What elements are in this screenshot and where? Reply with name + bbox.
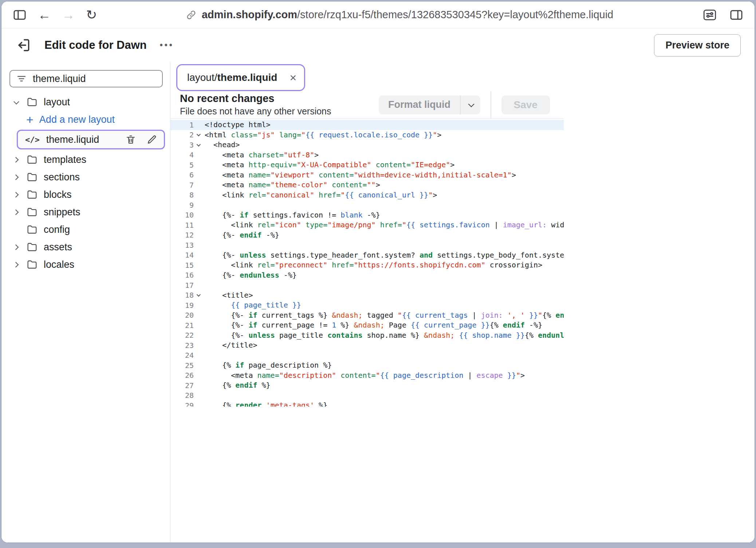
code-line[interactable]: 10 {%- if settings.favicon != blank -%} xyxy=(170,210,564,220)
page-settings-icon[interactable] xyxy=(702,7,717,23)
code-line[interactable]: 8 <link rel="canonical" href="{{ canonic… xyxy=(170,190,564,200)
code-text xyxy=(202,280,205,290)
folder-icon xyxy=(26,259,38,270)
code-line[interactable]: 26 <meta name="description" content="{{ … xyxy=(170,371,564,381)
sidebar-item-config[interactable]: config xyxy=(1,221,170,238)
line-number: 5 xyxy=(170,160,202,170)
line-number: 25 xyxy=(170,360,202,371)
format-liquid-button[interactable]: Format liquid xyxy=(379,95,480,114)
line-number: 27 xyxy=(170,380,202,391)
code-line[interactable]: 11 <link rel="icon" type="image/png" hre… xyxy=(170,220,564,230)
more-menu-button[interactable]: ••• xyxy=(160,40,174,50)
code-text: {%- if current_page != 1 %} &ndash; Page… xyxy=(202,320,542,330)
sidebar-item-snippets[interactable]: snippets xyxy=(1,203,170,221)
code-line[interactable]: 24 xyxy=(170,351,564,361)
code-line[interactable]: 3 <head> xyxy=(170,140,564,150)
close-icon[interactable]: × xyxy=(290,72,296,83)
url-bar[interactable]: admin.shopify.com/store/rzq1xu-f5/themes… xyxy=(108,9,691,21)
app-header: Edit code for Dawn ••• Preview store xyxy=(1,28,755,62)
back-icon[interactable]: ← xyxy=(38,8,51,21)
browser-sidebar-toggle-icon[interactable] xyxy=(12,8,27,22)
fold-chevron-icon[interactable] xyxy=(197,142,201,146)
sidebar-item-assets[interactable]: assets xyxy=(1,238,170,256)
right-sidebar-toggle-icon[interactable] xyxy=(729,8,744,22)
line-number: 18 xyxy=(170,290,202,301)
sidebar-item-theme-liquid[interactable]: </> theme.liquid xyxy=(17,130,165,149)
code-line[interactable]: 19 {{ page_title }} xyxy=(170,300,564,310)
line-number: 6 xyxy=(170,170,202,180)
tab-layout-theme-liquid[interactable]: layout/theme.liquid × xyxy=(179,67,302,88)
code-line[interactable]: 2<html class="js" lang="{{ request.local… xyxy=(170,130,564,140)
editor-panel: layout/theme.liquid × No recent changes … xyxy=(170,62,755,543)
code-line[interactable]: 16 {%- endunless -%} xyxy=(170,270,564,281)
line-number: 23 xyxy=(170,340,202,351)
code-text: <meta http-equiv="X-UA-Compatible" conte… xyxy=(202,160,454,170)
sidebar-item-locales[interactable]: locales xyxy=(1,256,170,273)
sidebar-item-layout[interactable]: layout xyxy=(1,93,170,111)
status-title: No recent changes xyxy=(180,93,331,105)
code-line[interactable]: 23 </title> xyxy=(170,340,564,351)
code-line[interactable]: 6 <meta name="viewport" content="width=d… xyxy=(170,170,564,180)
code-line[interactable]: 14 {%- unless settings.type_header_font.… xyxy=(170,250,564,261)
line-number: 17 xyxy=(170,280,202,290)
sidebar-item-blocks[interactable]: blocks xyxy=(1,186,170,203)
code-line[interactable]: 29 {% render 'meta-tags' %} xyxy=(170,400,564,407)
file-label: theme.liquid xyxy=(46,134,119,145)
code-line[interactable]: 20 {%- if current_tags %} &ndash; tagged… xyxy=(170,310,564,321)
search-value: theme.liquid xyxy=(33,73,86,85)
code-text: <meta name="viewport" content="width=dev… xyxy=(202,170,516,180)
code-text: <meta charset="utf-8"> xyxy=(202,150,319,160)
code-text: {%- unless page_title contains shop.name… xyxy=(202,330,564,341)
code-text xyxy=(202,240,205,250)
add-new-layout-button[interactable]: + Add a new layout xyxy=(1,111,170,128)
code-line[interactable]: 17 xyxy=(170,280,564,290)
preview-store-button[interactable]: Preview store xyxy=(654,34,741,56)
file-search-input[interactable]: theme.liquid xyxy=(9,70,163,87)
delete-file-icon[interactable] xyxy=(125,134,136,145)
code-line[interactable]: 25 {% if page_description %} xyxy=(170,360,564,371)
line-number: 7 xyxy=(170,180,202,190)
code-text xyxy=(202,351,205,361)
code-line[interactable]: 5 <meta http-equiv="X-UA-Compatible" con… xyxy=(170,160,564,170)
tab-annotation: layout/theme.liquid × xyxy=(176,64,305,91)
line-number: 3 xyxy=(170,140,202,150)
line-number: 8 xyxy=(170,190,202,200)
exit-editor-icon[interactable] xyxy=(15,37,31,53)
folder-label: config xyxy=(44,224,70,235)
chevron-down-icon[interactable] xyxy=(461,103,480,107)
page-title: Edit code for Dawn xyxy=(44,39,147,52)
fold-chevron-icon[interactable] xyxy=(197,293,201,297)
rename-file-icon[interactable] xyxy=(146,134,157,145)
code-line[interactable]: 22 {%- unless page_title contains shop.n… xyxy=(170,330,564,341)
line-number: 24 xyxy=(170,351,202,361)
line-number: 11 xyxy=(170,220,202,230)
code-text: <meta name="theme-color" content=""> xyxy=(202,180,380,190)
code-line[interactable]: 27 {% endif %} xyxy=(170,380,564,391)
link-icon xyxy=(186,9,197,20)
code-line[interactable]: 18 <title> xyxy=(170,290,564,301)
code-line[interactable]: 15 <link rel="preconnect" href="https://… xyxy=(170,260,564,270)
folder-icon xyxy=(26,241,38,253)
folder-icon xyxy=(26,154,38,165)
code-editor[interactable]: 1<!doctype html>2<html class="js" lang="… xyxy=(170,119,564,407)
code-line[interactable]: 4 <meta charset="utf-8"> xyxy=(170,150,564,160)
tab-label: layout/theme.liquid xyxy=(187,72,277,83)
plus-icon: + xyxy=(26,113,34,126)
code-line[interactable]: 13 xyxy=(170,240,564,250)
line-number: 21 xyxy=(170,320,202,330)
code-line[interactable]: 7 <meta name="theme-color" content=""> xyxy=(170,180,564,190)
fold-chevron-icon[interactable] xyxy=(197,132,201,136)
reload-icon[interactable]: ↻ xyxy=(86,8,97,21)
code-text: <title> xyxy=(202,290,253,301)
code-line[interactable]: 21 {%- if current_page != 1 %} &ndash; P… xyxy=(170,320,564,330)
code-line[interactable]: 28 xyxy=(170,391,564,401)
sidebar-item-templates[interactable]: templates xyxy=(1,151,170,168)
save-button[interactable]: Save xyxy=(501,95,550,114)
code-line[interactable]: 1<!doctype html> xyxy=(170,120,564,130)
sidebar-item-sections[interactable]: sections xyxy=(1,168,170,186)
forward-icon[interactable]: → xyxy=(62,8,75,21)
code-line[interactable]: 12 {%- endif -%} xyxy=(170,230,564,240)
code-line[interactable]: 9 xyxy=(170,200,564,210)
code-text: {{ page_title }} xyxy=(202,300,301,310)
line-number: 19 xyxy=(170,300,202,310)
